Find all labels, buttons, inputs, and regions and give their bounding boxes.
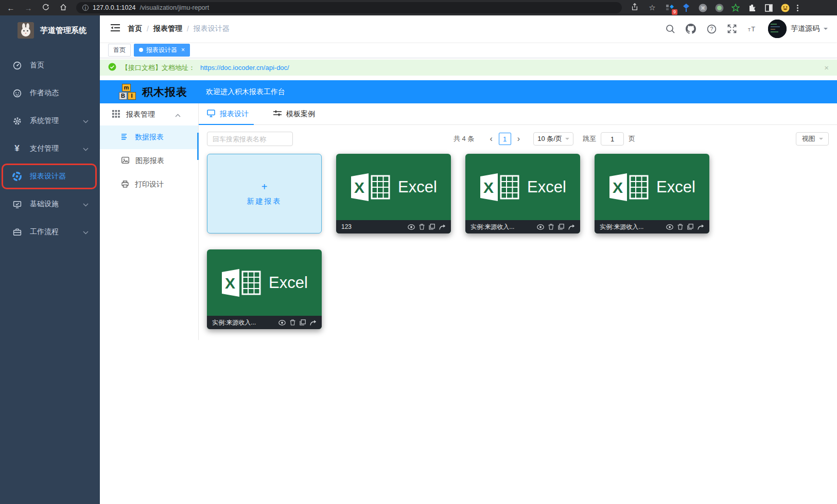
spinner-extension-icon[interactable] [682,3,691,12]
breadcrumb: 首页 / 报表管理 / 报表设计器 [128,24,230,33]
browser-home-icon[interactable] [59,4,68,12]
star-extension-icon[interactable] [731,3,740,12]
bookmark-star-icon[interactable]: ☆ [648,3,657,12]
alert-close-icon[interactable]: × [824,63,829,72]
panel-item-data-report[interactable]: 数据报表 [100,125,198,149]
sidebar-item-infrastructure[interactable]: 基础设施 [0,190,100,218]
tab-label: 模板案例 [286,110,315,119]
tag-label: 报表设计器 [146,46,177,55]
sidebar-item-report-designer[interactable]: 报表设计器 [0,163,100,190]
sidebar-item-home[interactable]: 首页 [0,51,100,79]
api-doc-link[interactable]: https://doc.iocoder.cn/api-doc/ [200,64,289,71]
sidebar-item-system[interactable]: 系统管理 [0,107,100,135]
breadcrumb-home[interactable]: 首页 [128,24,142,33]
copy-icon[interactable] [558,224,564,230]
list-icon [121,133,129,141]
github-icon[interactable] [686,24,696,34]
tag-bar: 首页 报表设计器 × [100,42,837,58]
report-card[interactable]: X Excel 实例:来源收入... [207,249,322,329]
fullscreen-icon[interactable] [727,24,737,34]
chevron-up-icon[interactable] [175,111,181,119]
extension-badge: 9 [672,9,677,15]
delete-trash-icon[interactable] [419,224,425,230]
tag-report-designer[interactable]: 报表设计器 × [134,44,190,57]
copy-icon[interactable] [687,224,693,230]
breadcrumb-separator: / [187,25,189,33]
page-size-select[interactable]: 10 条/页 [533,132,573,146]
brand-title: 积木报表 [142,85,187,99]
pagination: 共 4 条 ‹ 1 › 10 条/页 跳至 页 [454,132,635,146]
extensions-puzzle-icon[interactable] [747,3,757,12]
briefcase-icon [12,228,22,237]
site-info-icon[interactable]: i [82,5,89,11]
sidebar-item-payment[interactable]: ¥ 支付管理 [0,135,100,163]
preview-eye-icon[interactable] [537,224,544,230]
logo-block-i: I [128,92,136,100]
preview-eye-icon[interactable] [666,224,673,230]
report-card-grid: + 新建报表 X Excel 123 [199,146,837,329]
share-arrow-icon[interactable] [568,224,575,230]
search-input[interactable] [207,132,293,146]
panel-header[interactable]: 报表管理 [100,103,198,125]
font-size-icon[interactable]: TT [747,24,758,34]
browser-reload-icon[interactable] [41,4,50,12]
next-page-button[interactable]: › [513,134,524,143]
emoji-profile-icon[interactable] [780,3,790,12]
browser-menu-icon[interactable] [797,5,798,11]
panel-title: 报表管理 [126,110,155,119]
address-bar[interactable]: i 127.0.0.1:1024/visualization/jimu-repo… [76,2,622,13]
delete-trash-icon[interactable] [548,224,554,230]
preview-eye-icon[interactable] [408,224,415,230]
tab-template-case[interactable]: 模板案例 [273,103,315,124]
url-host: 127.0.0.1:1024 [93,4,135,11]
share-arrow-icon[interactable] [698,224,704,230]
browser-toolbar: ← → i 127.0.0.1:1024/visualization/jimu-… [0,0,837,15]
app-logo-row[interactable]: 芋道管理系统 [0,15,100,44]
new-report-card[interactable]: + 新建报表 [207,154,322,233]
delete-trash-icon[interactable] [290,319,295,326]
page-number-button[interactable]: 1 [499,133,511,145]
jump-page-input[interactable] [601,132,624,146]
share-arrow-icon[interactable] [439,224,446,230]
prev-page-button[interactable]: ‹ [485,134,496,143]
report-card[interactable]: X Excel 123 [336,154,451,233]
panel-item-print-design[interactable]: 打印设计 [100,173,198,196]
search-icon[interactable] [665,24,675,34]
tab-report-design[interactable]: 报表设计 [207,103,249,124]
jimu-brand: m B I 积木报表 [117,83,187,101]
tag-home[interactable]: 首页 [108,44,131,57]
record-extension-icon[interactable] [714,3,724,12]
svg-text:X: X [483,179,494,196]
excel-wordmark: Excel [527,178,566,196]
report-card[interactable]: X Excel 实例:来源收入... [595,154,709,233]
collapse-sidebar-icon[interactable] [110,24,120,34]
report-card[interactable]: X Excel 实例:来源收入... [465,154,580,233]
card-footer: 123 [336,220,451,233]
tab-manager-extension-icon[interactable]: 9 [665,3,674,12]
panel-item-chart-report[interactable]: 图形报表 [100,149,198,173]
breadcrumb-report-mgmt[interactable]: 报表管理 [153,24,182,33]
preview-eye-icon[interactable] [278,320,286,326]
view-dropdown-button[interactable]: 视图 [796,132,829,146]
split-screen-extension-icon[interactable] [764,3,773,12]
command-extension-icon[interactable]: ⌘ [698,3,707,12]
share-icon[interactable] [630,3,639,12]
share-arrow-icon[interactable] [310,320,317,326]
header-actions: ? TT 芋道源码 [665,20,828,38]
chevron-down-icon [83,200,89,208]
help-icon[interactable]: ? [706,24,717,34]
excel-logo-icon: X [608,172,650,202]
app-title: 芋道管理系统 [40,26,86,35]
copy-icon[interactable] [300,319,306,326]
svg-text:T: T [748,28,751,32]
delete-trash-icon[interactable] [677,224,683,230]
sidebar-item-author[interactable]: 作者动态 [0,79,100,107]
browser-forward-icon[interactable]: → [24,4,33,12]
close-icon[interactable]: × [181,46,185,53]
browser-back-icon[interactable]: ← [6,4,15,12]
user-menu[interactable]: 芋道源码 [768,20,828,38]
sidebar-item-workflow[interactable]: 工作流程 [0,218,100,246]
alert-text: 【接口文档】文档地址： [121,63,195,73]
copy-icon[interactable] [429,224,435,230]
panel-item-label: 打印设计 [135,180,164,189]
